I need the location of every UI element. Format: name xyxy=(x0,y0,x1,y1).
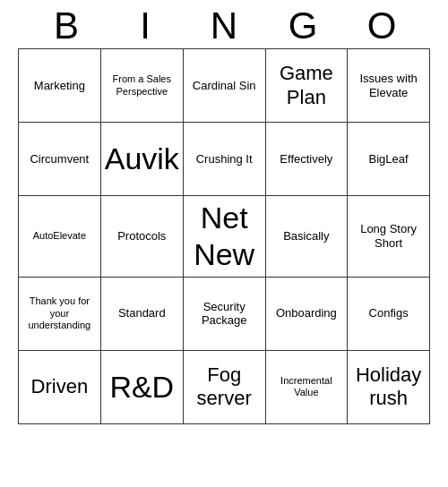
cell-r2-c2: Net New xyxy=(183,196,265,278)
cell-r1-c4: BigLeaf xyxy=(348,123,430,196)
cell-r4-c3: Incremental Value xyxy=(265,350,348,423)
cell-r0-c3: Game Plan xyxy=(265,49,348,123)
letter-n: N xyxy=(185,7,263,45)
cell-r3-c4: Configs xyxy=(348,277,430,350)
cell-r4-c1: R&D xyxy=(100,350,183,423)
cell-r3-c0: Thank you for your understanding xyxy=(19,277,101,350)
cell-r2-c3: Basically xyxy=(265,196,348,278)
letter-i: I xyxy=(106,7,185,45)
cell-r2-c1: Protocols xyxy=(100,196,183,278)
cell-r3-c1: Standard xyxy=(100,277,183,350)
cell-r0-c2: Cardinal Sin xyxy=(183,49,265,123)
cell-r0-c4: Issues with Elevate xyxy=(348,49,430,123)
cell-r3-c3: Onboarding xyxy=(265,277,348,350)
cell-r1-c0: Circumvent xyxy=(19,123,101,196)
cell-r1-c2: Crushing It xyxy=(183,123,265,196)
cell-r4-c4: Holiday rush xyxy=(348,350,430,423)
cell-r4-c0: Driven xyxy=(19,350,101,423)
bingo-title: B I N G O xyxy=(18,7,430,45)
cell-r0-c1: From a Sales Perspective xyxy=(100,49,183,123)
bingo-grid: MarketingFrom a Sales PerspectiveCardina… xyxy=(18,48,430,424)
cell-r3-c2: Security Package xyxy=(183,277,265,350)
cell-r2-c0: AutoElevate xyxy=(19,196,101,278)
letter-g: G xyxy=(263,7,342,45)
letter-b: B xyxy=(27,7,106,45)
cell-r4-c2: Fog server xyxy=(183,350,265,423)
cell-r0-c0: Marketing xyxy=(19,49,101,123)
cell-r1-c3: Effectively xyxy=(265,123,348,196)
cell-r1-c1: Auvik xyxy=(100,123,183,196)
cell-r2-c4: Long Story Short xyxy=(348,196,430,278)
letter-o: O xyxy=(342,7,421,45)
